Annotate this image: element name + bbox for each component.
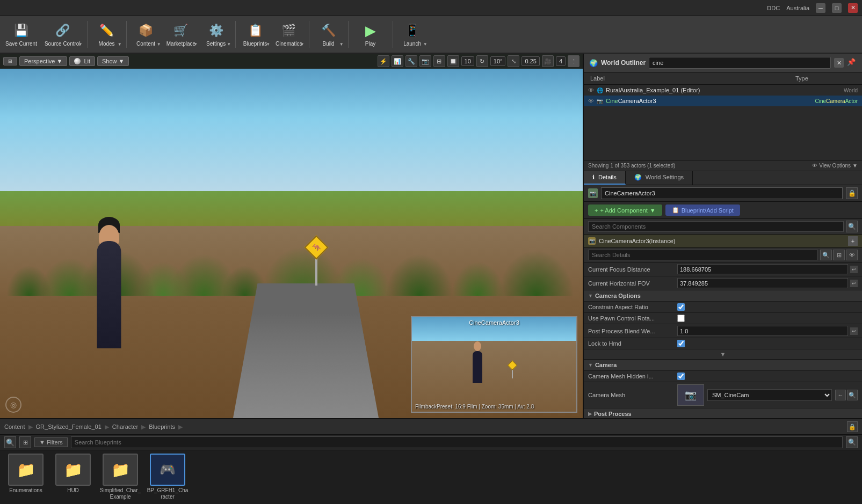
outliner-search-clear[interactable]: ✕	[834, 58, 844, 68]
post-process-header[interactable]: ▶ Post Process	[584, 408, 862, 418]
eye-icon-camera[interactable]: 👁	[588, 98, 594, 104]
focus-distance-reset[interactable]: ↩	[850, 266, 858, 273]
main-area: ⊞ Perspective ▼ Lit Show ▼ ⚡ 📊 🔧 📷 ⊞ 🔲 1…	[0, 54, 862, 418]
content-browser-lock-button[interactable]: 🔒	[847, 421, 858, 432]
blueprint-button[interactable]: 📋 Blueprint/Add Script	[665, 204, 740, 216]
build-button[interactable]: 🔨 Build ▼	[313, 18, 345, 51]
save-button[interactable]: 💾 Save Current	[2, 18, 40, 51]
outliner-columns: Label Type	[584, 72, 862, 85]
details-eye-button[interactable]: 👁	[846, 250, 858, 260]
actor-name-input[interactable]	[601, 187, 843, 199]
breadcrumb-character[interactable]: Character	[112, 423, 138, 430]
ddc-label: DDC	[767, 5, 780, 11]
asset-hud[interactable]: 📁 HUD	[52, 454, 95, 494]
viewport-settings-button[interactable]: ⋮	[568, 55, 580, 67]
close-button[interactable]: ✕	[848, 3, 858, 13]
filters-button[interactable]: ▼ Filters	[34, 437, 68, 447]
char-body	[97, 241, 121, 348]
realtime-button[interactable]: ⚡	[378, 55, 389, 67]
camera-header[interactable]: ▼ Camera	[584, 360, 862, 371]
lock-hmd-checkbox[interactable]	[677, 340, 685, 347]
post-process-blend-input[interactable]	[677, 326, 848, 336]
eye-icon-world[interactable]: 👁	[588, 87, 594, 93]
use-pawn-checkbox[interactable]	[677, 315, 685, 322]
mesh-arrow-left[interactable]: ←	[835, 390, 846, 400]
mesh-search-button[interactable]: 🔍	[847, 390, 858, 400]
outliner-item-world[interactable]: 👁 🌐 RuralAustralia_Example_01 (Editor) W…	[584, 85, 862, 96]
outliner-item-camera[interactable]: 👁 📷 CineCameraActor3 CineCameraActor	[584, 96, 862, 106]
play-button[interactable]: ▶ Play	[352, 18, 389, 51]
camera-options-header[interactable]: ▼ Camera Options	[584, 290, 862, 302]
breadcrumb-sep-3: ▶	[141, 423, 146, 430]
camera-mesh-hidden-label: Camera Mesh Hidden i...	[588, 373, 674, 379]
build-dropdown-icon: ▼	[339, 42, 344, 47]
asset-bp-character[interactable]: 🎮 BP_GRFH1_Character	[146, 454, 189, 500]
maximize-button[interactable]: □	[832, 3, 842, 13]
settings-button[interactable]: ⚙️ Settings ▼	[200, 18, 232, 51]
breadcrumb-stylized[interactable]: GR_Stylized_Female_01	[36, 423, 102, 430]
modes-button[interactable]: ✏️ Modes ▼	[91, 18, 123, 51]
launch-button[interactable]: 📱 Launch ▼	[396, 18, 429, 51]
maximize-viewport-button[interactable]: ⊞	[3, 57, 17, 65]
breadcrumb-sep-1: ▶	[28, 423, 33, 430]
top-bar: DDC Australia ─ □ ✕	[0, 0, 862, 16]
type-col-header[interactable]: Type	[793, 74, 858, 83]
tab-world-settings[interactable]: 🌍 World Settings	[626, 171, 693, 185]
content-button[interactable]: 📦 Content ▼	[130, 18, 162, 51]
tab-details[interactable]: ℹ Details	[584, 171, 626, 185]
details-search-button[interactable]: 🔍	[820, 250, 832, 260]
grid-button[interactable]: ⊞	[433, 55, 445, 67]
outliner-search-input[interactable]	[649, 57, 831, 69]
horizontal-fov-input[interactable]	[677, 278, 848, 288]
actor-lock-button[interactable]: 🔒	[846, 187, 858, 199]
view-options-dropdown-icon: ▼	[852, 163, 858, 169]
horizontal-fov-reset[interactable]: ↩	[850, 280, 858, 287]
focus-distance-row: Current Focus Distance ↩	[584, 262, 862, 276]
content-browser-view-button[interactable]: ⊞	[19, 436, 31, 448]
item-label-highlight-green: Cine	[606, 98, 618, 104]
show-stats-button[interactable]: 📊	[392, 55, 403, 67]
add-component-button[interactable]: + + Add Component ▼	[588, 204, 662, 216]
show-button[interactable]: Show ▼	[97, 56, 129, 66]
lit-button[interactable]: Lit	[69, 56, 95, 66]
comp-add-button[interactable]: +	[848, 236, 858, 246]
viewport[interactable]: ⊞ Perspective ▼ Lit Show ▼ ⚡ 📊 🔧 📷 ⊞ 🔲 1…	[0, 54, 583, 418]
camera-mesh-hidden-checkbox[interactable]	[677, 372, 685, 380]
asset-enumerations[interactable]: 📁 Enumerations	[4, 454, 47, 494]
action-buttons: + + Add Component ▼ 📋 Blueprint/Add Scri…	[584, 202, 862, 219]
view-options-button[interactable]: 👁 View Options ▼	[812, 163, 858, 169]
breadcrumb-content[interactable]: Content	[4, 423, 25, 430]
post-process-blend-reset[interactable]: ↩	[850, 327, 858, 335]
details-grid-view-button[interactable]: ⊞	[833, 250, 845, 260]
marketplace-button[interactable]: 🛒 Marketplace ▼	[163, 18, 199, 51]
blueprints-button[interactable]: 📋 Blueprints ▼	[239, 18, 271, 51]
rotation-snap-button[interactable]: ↻	[476, 55, 488, 67]
toolbar-separator-6	[393, 21, 393, 48]
scalability-button[interactable]: 🔧	[405, 55, 417, 67]
scale-snap-button[interactable]: ⤡	[508, 55, 519, 67]
details-search-input[interactable]	[588, 250, 818, 260]
breadcrumb-blueprints[interactable]: Blueprints	[149, 423, 175, 430]
focus-distance-input[interactable]	[677, 264, 848, 274]
camera-speed-button[interactable]: 📷	[419, 55, 431, 67]
content-browser-items: 📁 Enumerations 📁 HUD 📁 Simplified_Char_E…	[0, 450, 862, 504]
content-browser-search-input[interactable]	[71, 436, 843, 448]
label-col-header[interactable]: Label	[588, 74, 793, 83]
item-type-camera: CineCameraActor	[815, 98, 858, 104]
source-control-button[interactable]: 🔗 Source Control ▼	[41, 18, 84, 51]
components-search-input[interactable]	[588, 221, 844, 232]
grid-snapping-button[interactable]: 🔲	[447, 55, 459, 67]
asset-simplified[interactable]: 📁 Simplified_Char_Example	[99, 454, 142, 500]
cinematics-icon: 🎬	[280, 22, 298, 39]
constrain-aspect-checkbox[interactable]	[677, 303, 685, 311]
content-browser-back-button[interactable]: 🔍	[4, 436, 16, 448]
source-control-icon: 🔗	[54, 22, 71, 39]
camera-mesh-select[interactable]: SM_CineCam	[707, 389, 832, 401]
camera-fov-button[interactable]: 🎥	[542, 55, 554, 67]
details-view-buttons: 🔍 ⊞ 👁	[820, 250, 858, 260]
outliner-pin-button[interactable]: 📌	[847, 58, 857, 68]
cinematics-button[interactable]: 🎬 Cinematics ▼	[272, 18, 305, 51]
component-instance-item[interactable]: 📷 CineCameraActor3(Instance) +	[584, 235, 862, 248]
perspective-button[interactable]: Perspective ▼	[19, 56, 67, 66]
minimize-button[interactable]: ─	[816, 3, 825, 13]
